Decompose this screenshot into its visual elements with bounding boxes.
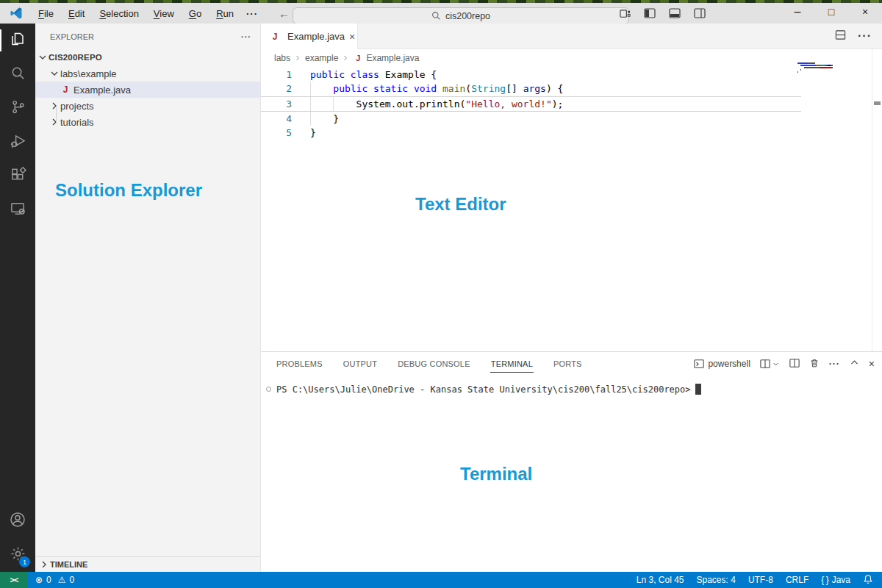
- chevron-right-icon: [49, 116, 60, 128]
- notifications-bell-icon[interactable]: [863, 574, 873, 587]
- terminal-instance[interactable]: powershell: [694, 359, 750, 369]
- code-line-1[interactable]: 1public class Example {: [261, 68, 801, 82]
- code-line-5[interactable]: 5}: [261, 126, 801, 140]
- activity-bar: 1: [0, 24, 35, 572]
- sidebar-item-explorer[interactable]: [0, 24, 35, 57]
- tree-item-file-selected[interactable]: J Example.java: [35, 82, 260, 98]
- split-editor-icon[interactable]: [835, 29, 846, 43]
- panel-tab-problems[interactable]: PROBLEMS: [276, 356, 323, 372]
- menu-run[interactable]: Run: [209, 6, 240, 21]
- workbench-main: 1 EXPLORER ··· CIS200REPO labs\example J…: [0, 24, 882, 572]
- sidebar-item-run-debug[interactable]: [0, 125, 35, 159]
- panel-actions: powershell ··· ×: [694, 358, 875, 370]
- timeline-label: TIMELINE: [50, 560, 87, 569]
- sidebar-item-search[interactable]: [0, 57, 35, 91]
- terminal-content[interactable]: PS C:\Users\Julie\OneDrive - Kansas Stat…: [266, 384, 882, 395]
- maximize-button[interactable]: □: [814, 0, 848, 24]
- panel-tab-output[interactable]: OUTPUT: [343, 356, 378, 372]
- sidebar-item-source-control[interactable]: [0, 91, 35, 125]
- panel-tab-ports[interactable]: PORTS: [553, 356, 583, 372]
- minimap[interactable]: [797, 62, 842, 74]
- language-mode[interactable]: { } Java: [821, 575, 850, 585]
- eol-sequence[interactable]: CRLF: [786, 575, 808, 585]
- source-control-icon: [10, 98, 26, 118]
- code-rows[interactable]: 1public class Example {2 public static v…: [261, 66, 801, 140]
- chevron-right-icon: [49, 100, 60, 112]
- code-text: }: [310, 126, 801, 140]
- back-arrow-icon[interactable]: ←: [279, 7, 290, 20]
- toggle-secondary-sidebar-icon[interactable]: [694, 7, 706, 19]
- tree-item-tutorials[interactable]: tutorials: [35, 114, 260, 130]
- terminal-icon: [694, 359, 704, 369]
- search-icon: [431, 11, 441, 21]
- close-panel-icon[interactable]: ×: [869, 358, 875, 370]
- panel-tab-terminal[interactable]: TERMINAL: [490, 356, 534, 373]
- menubar: FileEditSelectionViewGoRun: [32, 6, 240, 21]
- editor-actions: ···: [825, 24, 882, 49]
- line-number: 4: [261, 112, 292, 126]
- chevron-down-icon: [37, 51, 49, 63]
- sidebar-item-extensions[interactable]: [0, 159, 35, 193]
- breadcrumb-item[interactable]: Example.java: [366, 53, 419, 63]
- menu-go[interactable]: Go: [182, 6, 208, 21]
- more-actions-icon[interactable]: ···: [858, 29, 872, 43]
- warning-icon: ⚠: [58, 575, 66, 585]
- panel-header: PROBLEMSOUTPUTDEBUG CONSOLETERMINALPORTS…: [261, 352, 882, 376]
- tree-item-projects[interactable]: projects: [35, 98, 260, 114]
- breadcrumb-item[interactable]: example: [305, 53, 338, 63]
- status-bar: >< ⊗ 0 ⚠ 0 Ln 3, Col 45 Spaces: 4 UTF-8 …: [0, 572, 882, 588]
- panel-tab-debug-console[interactable]: DEBUG CONSOLE: [397, 356, 471, 372]
- command-center-search[interactable]: cis200repo: [293, 7, 629, 24]
- menu-view[interactable]: View: [147, 6, 181, 21]
- tree-indent-guide: [56, 107, 57, 123]
- timeline-section[interactable]: TIMELINE: [35, 556, 260, 572]
- maximize-panel-icon[interactable]: [850, 358, 859, 370]
- editor-panel-column: J Example.java × ··· labs example J: [261, 24, 882, 572]
- shell-label: powershell: [708, 359, 750, 369]
- indentation[interactable]: Spaces: 4: [697, 575, 736, 585]
- annotation-solution-explorer: Solution Explorer: [55, 180, 202, 201]
- close-button[interactable]: ×: [848, 0, 882, 24]
- toggle-panel-icon[interactable]: [669, 7, 681, 19]
- tree-item-root[interactable]: CIS200REPO: [35, 49, 260, 65]
- line-number: 3: [261, 97, 292, 111]
- kill-terminal-icon[interactable]: [809, 358, 820, 370]
- breadcrumb[interactable]: labs example J Example.java: [261, 49, 882, 66]
- menu-selection[interactable]: Selection: [93, 6, 145, 21]
- explorer-actions-icon[interactable]: ···: [241, 32, 251, 41]
- tree-item-label: tutorials: [60, 117, 94, 128]
- menu-edit[interactable]: Edit: [62, 6, 91, 21]
- code-line-2[interactable]: 2 public static void main(String[] args)…: [261, 82, 801, 96]
- code-line-3[interactable]: 3 System.out.println("Hello, world!");: [261, 96, 801, 112]
- customize-layout-icon[interactable]: [620, 8, 631, 19]
- chevron-down-icon: [772, 360, 780, 368]
- split-terminal-icon[interactable]: [789, 358, 800, 370]
- minimize-button[interactable]: –: [781, 0, 814, 24]
- tab-example-java[interactable]: J Example.java ×: [261, 24, 358, 49]
- sidebar-item-remote-explorer[interactable]: [0, 193, 35, 226]
- close-tab-icon[interactable]: ×: [349, 31, 355, 43]
- panel-more-actions-icon[interactable]: ···: [829, 359, 840, 369]
- problems-status[interactable]: ⊗ 0 ⚠ 0: [28, 575, 74, 585]
- extensions-icon: [10, 166, 26, 186]
- tree-item-folder[interactable]: labs\example: [35, 65, 260, 82]
- code-text: public static void main(String[] args) {: [310, 82, 801, 96]
- account-button[interactable]: [0, 504, 35, 538]
- code-text: System.out.println("Hello, world!");: [310, 97, 801, 111]
- layout-controls: [620, 7, 706, 19]
- toggle-sidebar-icon[interactable]: [644, 7, 656, 19]
- explorer-header: EXPLORER ···: [35, 24, 260, 49]
- remote-indicator[interactable]: ><: [0, 572, 28, 588]
- menu-overflow-icon[interactable]: ···: [240, 8, 264, 19]
- editor-scrollbar[interactable]: [872, 49, 882, 351]
- encoding[interactable]: UTF-8: [748, 575, 773, 585]
- new-terminal-button[interactable]: [760, 359, 780, 369]
- status-right: Ln 3, Col 45 Spaces: 4 UTF-8 CRLF { } Ja…: [637, 574, 882, 587]
- warning-count: 0: [70, 575, 75, 585]
- bottom-panel: PROBLEMSOUTPUTDEBUG CONSOLETERMINALPORTS…: [261, 351, 882, 572]
- code-line-4[interactable]: 4 }: [261, 112, 801, 126]
- cursor-position[interactable]: Ln 3, Col 45: [637, 575, 684, 585]
- menu-file[interactable]: File: [32, 6, 60, 21]
- breadcrumb-item[interactable]: labs: [274, 53, 290, 63]
- settings-button[interactable]: 1: [0, 538, 35, 572]
